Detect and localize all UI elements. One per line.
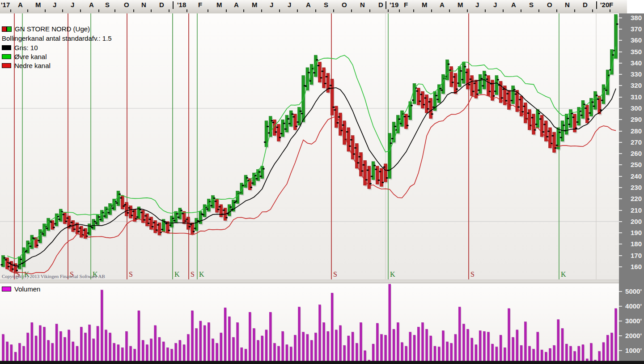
candle-open-tick [50,222,52,223]
buy-signal-label: K [199,270,204,278]
volume-bar [282,331,284,361]
volume-bar [610,333,613,361]
pane-separator[interactable] [0,280,619,283]
candle-close-tick [8,266,10,267]
volume-bar [261,336,263,361]
time-axis-tick [413,9,414,12]
volume-bar [14,352,17,361]
month-label: F [198,1,202,9]
price-axis-label: 370 [631,25,642,33]
volume-bar [372,344,374,361]
price-axis-dash [619,153,622,154]
candle-open-tick [194,228,196,229]
price-axis-dash [619,164,622,165]
price-axis-dash [619,210,622,211]
candle-close-tick [505,100,508,102]
candle-open-tick [470,78,472,80]
candle-open-tick [284,128,287,130]
time-axis-tick [297,9,298,12]
candle-close-tick [373,165,376,166]
candle-open-tick [338,116,340,118]
candle-open-tick [161,229,163,230]
month-label: M [216,1,222,9]
month-label: N [360,1,365,9]
candle-close-tick [279,137,281,138]
candle-close-tick [77,231,80,232]
candle-close-tick [493,95,495,97]
volume-axis-label: 1000' [625,347,642,354]
candle-open-tick [527,112,530,114]
time-axis-tick [243,9,244,12]
volume-bar [569,346,572,361]
candle-open-tick [428,101,431,103]
volume-bar [343,345,346,361]
candle-bar [339,113,342,136]
candle-close-tick [123,206,125,207]
candle-open-tick [507,93,509,94]
volume-bar [454,334,457,361]
volume-plot[interactable] [0,283,619,361]
candle-close-tick [616,23,619,25]
volume-bar [43,327,45,361]
candle-open-tick [441,90,443,91]
candle-open-tick [523,106,525,107]
volume-bar [224,308,226,361]
month-label: N [141,1,146,9]
sell-signal-label: S [191,270,195,278]
volume-bar [385,335,387,361]
candle-open-tick [543,124,546,125]
legend-label: Øvre kanal [14,53,47,60]
volume-bar [290,347,292,361]
price-axis-dash [619,221,622,222]
price-axis-label: 160 [631,263,642,270]
candle-close-tick [234,202,236,203]
time-axis-tick [279,9,280,12]
candle-open-tick [5,259,7,261]
candle-open-tick [46,228,48,229]
candle-open-tick [519,99,521,100]
candle-open-tick [178,217,180,218]
candle-open-tick [391,138,394,139]
candle-open-tick [260,176,262,177]
volume-pane[interactable]: Volumen [0,283,619,361]
month-label: S [105,1,110,9]
candle-open-tick [367,170,369,171]
volume-bar [405,346,407,361]
volume-bar [512,337,514,361]
price-axis-label: 360 [631,36,642,44]
volume-bar [191,311,193,361]
candle-close-tick [296,126,298,127]
volume-bar [479,330,481,361]
volume-bar [500,335,502,361]
candle-open-tick [404,116,406,117]
volume-bar [35,336,37,361]
candle-open-tick [297,121,299,123]
time-axis-tick [333,9,334,12]
candle-close-tick [542,131,544,133]
volume-bar [561,329,564,361]
candle-close-tick [267,126,269,127]
candle-open-tick [276,127,279,128]
copyright-text: Copyright (c) 2013 Vikingen Financial So… [2,274,105,279]
price-chart-pane[interactable]: SKSKSKSKSKSK GN STORE NORD (Uge) Bolling… [0,13,619,280]
time-axis-tick [208,9,208,12]
volume-bar [72,342,74,361]
volume-legend-label: Volumen [14,285,40,293]
legend-swatch [2,54,11,59]
month-label: J [288,1,291,9]
price-axis-dash [619,198,622,199]
candle-open-tick [211,205,213,206]
time-axis-tick [186,9,187,12]
volume-bar [471,338,473,361]
volume-bar [528,346,530,361]
time-axis-tick [485,9,486,12]
price-plot[interactable]: SKSKSKSKSKSK [0,13,619,280]
legend-item: Gns: 10 [2,44,38,51]
candle-open-tick [251,182,254,184]
candle-close-tick [440,88,442,89]
candle-close-tick [144,219,146,221]
candle-open-tick [326,76,328,77]
candle-open-tick [556,145,558,146]
volume-bar [491,344,494,361]
volume-bar [339,325,341,361]
